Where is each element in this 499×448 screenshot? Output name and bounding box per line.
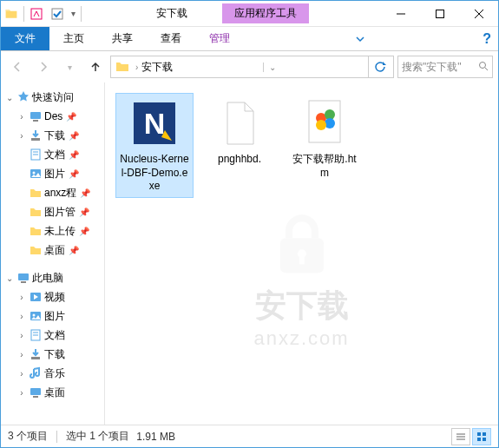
status-item-count: 3 个项目: [8, 429, 48, 444]
pin-icon: 📌: [69, 246, 79, 255]
chevron-down-icon[interactable]: ⌄: [4, 273, 15, 283]
nav-recent-dropdown[interactable]: ▾: [58, 56, 81, 78]
file-item[interactable]: 安下载帮助.htm: [286, 93, 364, 184]
sidebar-item-label: 桌面: [44, 385, 65, 400]
tab-home[interactable]: 主页: [49, 27, 98, 50]
navigation-pane[interactable]: ⌄ 快速访问 ›Des📌›下载📌文档📌图片📌anxz程📌图片管📌未上传📌桌面📌 …: [1, 82, 105, 425]
pin-icon: 📌: [79, 208, 89, 217]
sidebar-item[interactable]: ›视频: [1, 287, 104, 306]
view-icons-button[interactable]: [472, 428, 491, 445]
file-item[interactable]: pnghhbd.: [200, 93, 279, 171]
chevron-right-icon[interactable]: ›: [16, 293, 27, 302]
nav-back-button[interactable]: [6, 56, 29, 78]
file-thumbnail: N: [128, 97, 181, 149]
sidebar-item[interactable]: ›音乐: [1, 364, 104, 383]
tab-file[interactable]: 文件: [1, 27, 49, 50]
chevron-right-icon[interactable]: ›: [16, 131, 27, 141]
qat-dropdown-icon[interactable]: ▾: [71, 9, 76, 18]
sidebar-item[interactable]: ›图片: [1, 306, 104, 326]
svg-rect-0: [31, 9, 42, 19]
tab-manage[interactable]: 管理: [195, 27, 244, 50]
star-icon: [16, 90, 30, 104]
downloads-icon: [29, 347, 43, 361]
sidebar-this-pc[interactable]: ⌄ 此电脑: [1, 268, 104, 287]
breadcrumb-dropdown-icon[interactable]: ⌄: [263, 63, 281, 72]
qat-check-icon[interactable]: [47, 3, 68, 24]
sidebar-item[interactable]: ›文档: [1, 326, 104, 345]
sidebar-item-label: 桌面: [44, 243, 65, 258]
sidebar-item-label: 图片: [44, 167, 65, 181]
minimize-button[interactable]: [381, 1, 420, 27]
breadcrumb[interactable]: › 安下载 ⌄: [110, 56, 394, 78]
search-input[interactable]: 搜索"安下载": [397, 56, 493, 78]
sidebar-item[interactable]: ›下载: [1, 345, 104, 364]
svg-point-6: [480, 62, 486, 68]
sidebar-item-label: Des: [44, 110, 62, 122]
chevron-right-icon[interactable]: ›: [16, 312, 27, 321]
qat-divider: [23, 6, 24, 22]
pictures-icon: [29, 167, 43, 181]
tab-share[interactable]: 共享: [98, 27, 147, 50]
folder-icon: [29, 243, 43, 257]
close-button[interactable]: [459, 1, 498, 27]
svg-rect-25: [30, 388, 41, 395]
svg-point-33: [316, 120, 326, 130]
sidebar-item[interactable]: 桌面📌: [1, 240, 104, 260]
watermark-url: anxz.com: [253, 327, 349, 350]
sidebar-quick-access[interactable]: ⌄ 快速访问: [1, 88, 104, 107]
sidebar-item-label: anxz程: [44, 186, 76, 201]
documents-icon: [29, 148, 43, 161]
sidebar-item[interactable]: 文档📌: [1, 145, 104, 164]
sidebar-item[interactable]: anxz程📌: [1, 183, 104, 202]
chevron-down-icon[interactable]: ⌄: [4, 93, 15, 102]
sidebar-item-label: 未上传: [44, 224, 76, 239]
chevron-right-icon[interactable]: ›: [16, 350, 27, 359]
ribbon-expand-icon[interactable]: [348, 27, 372, 50]
pin-icon: 📌: [69, 150, 79, 160]
nav-up-button[interactable]: [84, 56, 107, 78]
pin-icon: 📌: [69, 131, 79, 141]
chevron-right-icon[interactable]: ›: [135, 63, 138, 72]
chevron-right-icon[interactable]: ›: [16, 388, 27, 398]
nav-forward-button[interactable]: [32, 56, 55, 78]
chevron-right-icon[interactable]: ›: [16, 112, 27, 122]
context-tab-label: 应用程序工具: [222, 3, 309, 23]
view-details-button[interactable]: [451, 428, 470, 445]
sidebar-item[interactable]: ›下载📌: [1, 126, 104, 145]
folder-icon: [29, 224, 43, 238]
qat-properties-icon[interactable]: [26, 3, 47, 24]
maximize-button[interactable]: [420, 1, 459, 27]
addressbar: ▾ › 安下载 ⌄ 搜索"安下载": [1, 51, 498, 82]
sidebar-item[interactable]: ›桌面: [1, 383, 104, 402]
file-list[interactable]: NNucleus-Kernel-DBF-Demo.exepnghhbd.安下载帮…: [105, 82, 498, 425]
statusbar: 3 个项目 选中 1 个项目 1.91 MB: [1, 425, 498, 447]
svg-rect-1: [52, 9, 62, 19]
chevron-right-icon[interactable]: ›: [16, 331, 27, 340]
folder-icon: [1, 3, 22, 24]
file-thumbnail: [213, 97, 266, 149]
svg-rect-26: [33, 396, 38, 398]
qat-divider-2: [81, 6, 82, 22]
pin-icon: 📌: [80, 188, 90, 198]
svg-rect-24: [31, 357, 40, 359]
svg-rect-3: [436, 10, 443, 17]
svg-point-32: [325, 118, 335, 128]
sidebar-item[interactable]: ›Des📌: [1, 107, 104, 126]
ribbon-help-icon[interactable]: ?: [476, 27, 498, 50]
watermark: 安下载 anxz.com: [253, 212, 349, 350]
sidebar-item[interactable]: 未上传📌: [1, 221, 104, 240]
file-item[interactable]: NNucleus-Kernel-DBF-Demo.exe: [115, 93, 194, 198]
tab-view[interactable]: 查看: [147, 27, 195, 50]
svg-rect-9: [33, 120, 38, 122]
pictures-icon: [29, 309, 43, 323]
search-icon: [478, 61, 489, 74]
breadcrumb-segment[interactable]: 安下载: [141, 60, 173, 75]
sidebar-item-label: 图片: [44, 309, 65, 324]
file-name: 安下载帮助.htm: [290, 153, 359, 180]
svg-rect-10: [31, 138, 40, 141]
refresh-button[interactable]: [368, 56, 391, 77]
chevron-right-icon[interactable]: ›: [16, 369, 27, 379]
sidebar-item[interactable]: 图片管📌: [1, 202, 104, 221]
svg-rect-42: [477, 438, 481, 441]
sidebar-item[interactable]: 图片📌: [1, 164, 104, 183]
